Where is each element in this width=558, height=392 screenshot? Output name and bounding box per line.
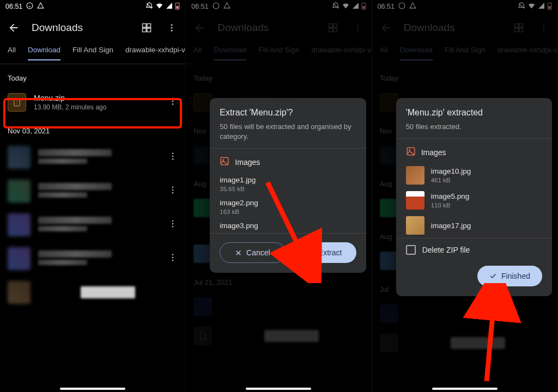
- tab-all[interactable]: All: [8, 42, 16, 59]
- file-meta: 461 kB: [431, 177, 471, 183]
- whatsapp-icon: [26, 2, 33, 11]
- check-icon: [306, 249, 314, 256]
- finished-label: Finished: [501, 272, 530, 280]
- extract-button[interactable]: Extract: [292, 242, 356, 263]
- phone-1: 06:51 Downloads All Download F: [0, 0, 186, 392]
- svg-point-20: [172, 257, 174, 259]
- dialog-file-item: image3.png: [210, 218, 366, 233]
- phone-3: 06:51 Downloads All Download Fill And Si…: [372, 0, 558, 392]
- battery-icon: [175, 2, 180, 11]
- file-row-menu-zip[interactable]: Menu.zip 13.90 MB, 2 minutes ago: [0, 88, 185, 117]
- svg-point-19: [172, 254, 174, 255]
- svg-point-43: [409, 149, 410, 151]
- drive-icon: [37, 2, 44, 11]
- page-title: Downloads: [32, 22, 129, 34]
- signal-icon: [166, 2, 173, 11]
- dnd-icon: [145, 2, 153, 11]
- app-bar: Downloads: [0, 13, 185, 42]
- svg-point-14: [172, 189, 174, 191]
- thumbnail-icon: [406, 166, 424, 185]
- overflow-menu-button[interactable]: [165, 23, 179, 33]
- status-time: 06:51: [5, 3, 22, 10]
- dialog-file-item: image10.jpg 461 kB: [396, 163, 552, 188]
- thumbnail-icon: [8, 180, 31, 203]
- category-header: Images: [210, 149, 366, 173]
- grid-view-button[interactable]: [140, 22, 154, 33]
- row-menu-button[interactable]: [168, 151, 178, 163]
- close-icon: [235, 249, 242, 256]
- svg-point-32: [223, 160, 225, 161]
- svg-point-17: [172, 223, 174, 225]
- section-today: Today: [0, 64, 185, 88]
- tab-fillsign[interactable]: Fill And Sign: [72, 42, 113, 59]
- dialog-file-item: image17.jpg: [396, 213, 552, 238]
- home-indicator[interactable]: [432, 388, 498, 390]
- list-item[interactable]: [0, 140, 185, 174]
- file-meta: 13.90 MB, 2 minutes ago: [34, 103, 160, 111]
- tab-download[interactable]: Download: [28, 42, 60, 60]
- extracted-dialog: 'Menu.zip' extracted 50 files extracted.…: [396, 98, 552, 296]
- cancel-button[interactable]: Cancel: [220, 242, 285, 263]
- thumbnail-icon: [8, 146, 31, 169]
- dialog-subtitle: 50 files extracted.: [406, 122, 542, 132]
- cancel-label: Cancel: [246, 248, 270, 257]
- finished-button[interactable]: Finished: [477, 266, 542, 286]
- category-header: Images: [396, 139, 552, 163]
- tab-drawable[interactable]: drawable-xxhdpi-v4: [125, 42, 186, 59]
- zip-icon: [8, 93, 26, 112]
- list-item[interactable]: [0, 208, 185, 242]
- svg-point-18: [172, 226, 174, 228]
- file-name: image17.jpg: [431, 222, 471, 230]
- svg-point-16: [172, 220, 174, 222]
- delete-zip-checkbox[interactable]: [406, 245, 416, 255]
- dialog-title: 'Menu.zip' extracted: [406, 108, 542, 118]
- phone-2: 06:51 Downloads All Download Fill And Si…: [186, 0, 372, 392]
- images-icon: [406, 146, 416, 158]
- dialog-file-item: image2.png 163 kB: [210, 195, 366, 218]
- home-indicator[interactable]: [60, 388, 125, 390]
- thumbnail-icon: [8, 281, 31, 304]
- svg-point-3: [171, 24, 173, 26]
- list-item[interactable]: [0, 242, 185, 275]
- file-name: Menu.zip: [34, 94, 160, 102]
- file-name: image3.png: [220, 222, 356, 230]
- section-date: Nov 03, 2021: [0, 117, 185, 140]
- delete-zip-row[interactable]: Delete ZIP file: [396, 238, 552, 257]
- check-icon: [489, 272, 497, 280]
- back-button[interactable]: [7, 22, 21, 34]
- row-menu-button[interactable]: [168, 96, 178, 108]
- row-menu-button[interactable]: [168, 253, 178, 265]
- wifi-icon: [155, 2, 163, 11]
- row-menu-button[interactable]: [168, 219, 178, 231]
- svg-rect-2: [177, 6, 179, 9]
- category-label: Images: [235, 158, 260, 167]
- extract-label: Extract: [318, 248, 342, 257]
- file-name: image1.jpg: [220, 176, 356, 184]
- file-meta: 110 kB: [431, 202, 470, 209]
- dialog-title: Extract 'Menu.zip'?: [220, 108, 356, 118]
- svg-point-7: [172, 97, 174, 99]
- svg-point-10: [172, 152, 174, 154]
- row-menu-button[interactable]: [168, 185, 178, 197]
- thumbnail-icon: [8, 247, 31, 270]
- images-icon: [220, 156, 229, 168]
- dialog-file-item: image5.png 110 kB: [396, 188, 552, 213]
- file-meta: 35.65 kB: [220, 186, 356, 192]
- dialog-file-item: image1.jpg 35.65 kB: [210, 173, 366, 195]
- tabs: All Download Fill And Sign drawable-xxhd…: [0, 42, 185, 64]
- status-bar: 06:51: [0, 0, 185, 13]
- file-meta: 163 kB: [220, 209, 356, 215]
- file-name: image5.png: [431, 192, 470, 200]
- extract-dialog: Extract 'Menu.zip'? 50 files will be ext…: [210, 98, 366, 273]
- svg-point-21: [172, 260, 174, 261]
- list-item[interactable]: [0, 275, 185, 309]
- thumbnail-icon: [406, 216, 424, 235]
- thumbnail-icon: [406, 191, 424, 210]
- svg-point-13: [172, 186, 174, 188]
- list-item[interactable]: [0, 174, 185, 208]
- category-label: Images: [421, 148, 446, 157]
- svg-point-8: [172, 101, 174, 102]
- svg-point-15: [172, 192, 174, 194]
- home-indicator[interactable]: [246, 388, 311, 390]
- dialog-subtitle: 50 files will be extracted and organised…: [220, 122, 356, 142]
